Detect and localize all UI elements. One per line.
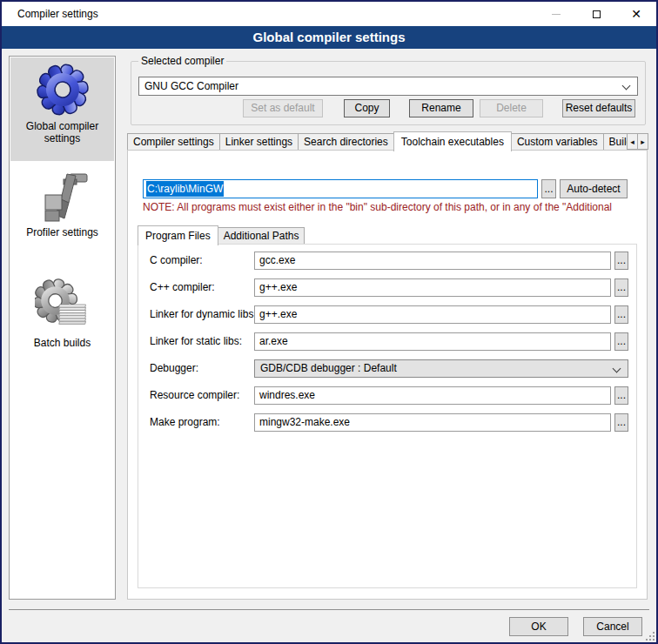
installation-directory-input[interactable]: C:\raylib\MinGW <box>143 179 538 198</box>
tab-toolchain-executables[interactable]: Toolchain executables <box>393 131 512 151</box>
ok-button[interactable]: OK <box>509 617 568 636</box>
sidebar-item-label: Profiler settings <box>10 226 114 238</box>
browse-button[interactable]: ... <box>614 386 628 405</box>
copy-button[interactable]: Copy <box>344 99 390 117</box>
grey-gear-stack-icon <box>35 278 91 334</box>
settings-tabstrip: Compiler settings Linker settings Search… <box>127 131 648 150</box>
resource-compiler-input[interactable]: windres.exe <box>254 386 611 405</box>
sidebar-item-label: Batch builds <box>10 337 114 349</box>
chevron-down-icon <box>622 82 631 91</box>
field-row-debugger: Debugger: GDB/CDB debugger : Default <box>150 359 630 379</box>
field-label: Resource compiler: <box>150 389 239 401</box>
chevron-down-icon <box>613 365 621 373</box>
resize-grip[interactable] <box>644 630 655 641</box>
field-row-static-linker: Linker for static libs: ar.exe ... <box>150 332 630 352</box>
maximize-icon <box>593 10 601 18</box>
field-row-c-compiler: C compiler: gcc.exe ... <box>150 252 630 271</box>
debugger-select-value: GDB/CDB debugger : Default <box>260 362 397 374</box>
window-maximize-button[interactable] <box>576 2 616 26</box>
compiler-select-value: GNU GCC Compiler <box>144 80 238 92</box>
browse-directory-button[interactable]: ... <box>541 179 556 198</box>
subtab-additional-paths[interactable]: Additional Paths <box>218 227 306 244</box>
subtab-program-files[interactable]: Program Files <box>138 225 218 245</box>
field-row-make-program: Make program: mingw32-make.exe ... <box>150 413 630 433</box>
rename-button[interactable]: Rename <box>409 99 473 117</box>
paths-subtabstrip: Program Files Additional Paths <box>138 225 304 244</box>
sidebar-item-label: Global compiler settings <box>10 120 114 144</box>
browse-button[interactable]: ... <box>614 252 628 270</box>
field-label: Make program: <box>150 416 220 428</box>
field-row-resource-compiler: Resource compiler: windres.exe ... <box>150 386 630 406</box>
tab-build-options-clipped[interactable]: Builc <box>603 133 628 150</box>
tab-scroll-buttons: ◂ ▸ <box>627 133 648 150</box>
settings-category-list: Global compiler settings Profiler settin… <box>9 56 116 600</box>
minimize-icon <box>552 14 561 15</box>
c-compiler-input[interactable]: gcc.exe <box>254 252 611 270</box>
selected-text: C:\raylib\MinGW <box>146 181 224 197</box>
cancel-button[interactable]: Cancel <box>583 617 642 636</box>
selected-compiler-group: Selected compiler GNU GCC Compiler Set a… <box>131 61 646 125</box>
window-title: Compiler settings <box>17 2 98 26</box>
compiler-settings-dialog: Compiler settings ✕ Global compiler sett… <box>0 0 658 644</box>
tab-compiler-settings[interactable]: Compiler settings <box>127 133 220 150</box>
browse-button[interactable]: ... <box>614 332 628 351</box>
tab-linker-settings[interactable]: Linker settings <box>219 133 299 150</box>
tab-scroll-right-icon[interactable]: ▸ <box>637 133 648 150</box>
browse-button[interactable]: ... <box>614 413 628 432</box>
sidebar-item-profiler-settings[interactable]: Profiler settings <box>10 166 114 257</box>
field-label: Linker for dynamic libs: <box>150 308 257 320</box>
set-as-default-button: Set as default <box>243 99 323 117</box>
make-program-input[interactable]: mingw32-make.exe <box>254 413 611 432</box>
close-icon: ✕ <box>631 2 641 26</box>
group-label: Selected compiler <box>138 55 226 68</box>
dynamic-linker-input[interactable]: g++.exe <box>254 305 611 324</box>
static-linker-input[interactable]: ar.exe <box>254 332 611 351</box>
tab-search-directories[interactable]: Search directories <box>298 133 394 150</box>
footer-divider <box>9 609 649 610</box>
cpp-compiler-input[interactable]: g++.exe <box>254 278 611 297</box>
field-row-cpp-compiler: C++ compiler: g++.exe ... <box>150 278 630 298</box>
window-minimize-button <box>536 2 576 26</box>
sidebar-item-global-compiler-settings[interactable]: Global compiler settings <box>10 57 114 161</box>
field-label: Debugger: <box>150 362 198 374</box>
field-row-dynamic-linker: Linker for dynamic libs: g++.exe ... <box>150 305 630 325</box>
tab-custom-variables[interactable]: Custom variables <box>511 133 604 150</box>
browse-button[interactable]: ... <box>614 278 628 297</box>
caliper-icon <box>35 168 91 224</box>
titlebar: Compiler settings ✕ <box>2 2 656 26</box>
window-close-button[interactable]: ✕ <box>616 2 656 26</box>
field-label: C++ compiler: <box>150 281 215 293</box>
debugger-select[interactable]: GDB/CDB debugger : Default <box>254 359 628 378</box>
field-label: C compiler: <box>150 254 203 266</box>
blue-gear-icon <box>35 62 91 117</box>
compiler-select[interactable]: GNU GCC Compiler <box>138 77 638 96</box>
delete-button: Delete <box>480 99 543 117</box>
sidebar-item-batch-builds[interactable]: Batch builds <box>10 274 114 365</box>
reset-defaults-button[interactable]: Reset defaults <box>562 99 635 117</box>
field-label: Linker for static libs: <box>150 335 242 347</box>
directory-note: NOTE: All programs must exist either in … <box>143 201 641 214</box>
auto-detect-button[interactable]: Auto-detect <box>560 179 628 198</box>
page-title: Global compiler settings <box>2 26 656 49</box>
browse-button[interactable]: ... <box>614 305 628 324</box>
